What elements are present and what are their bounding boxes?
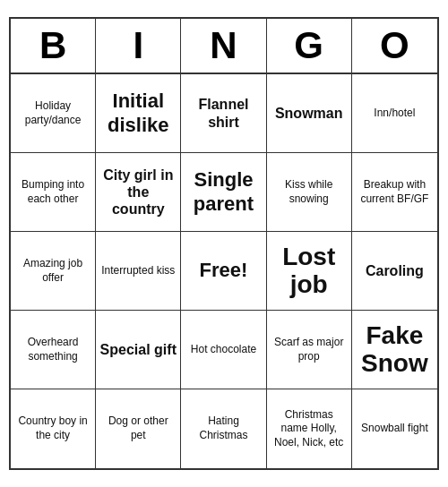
bingo-cell-4: Inn/hotel bbox=[352, 74, 437, 153]
bingo-cell-8: Kiss while snowing bbox=[267, 153, 352, 232]
bingo-cell-17: Hot chocolate bbox=[181, 311, 266, 389]
bingo-card: BINGO Holiday party/danceInitial dislike… bbox=[9, 17, 439, 470]
bingo-cell-11: Interrupted kiss bbox=[96, 232, 181, 311]
cell-text-16: Special gift bbox=[100, 341, 177, 358]
cell-text-11: Interrupted kiss bbox=[101, 264, 175, 278]
bingo-cell-6: City girl in the country bbox=[96, 153, 181, 232]
bingo-cell-13: Lost job bbox=[267, 232, 352, 311]
bingo-cell-22: Hating Christmas bbox=[181, 389, 266, 468]
bingo-cell-23: Christmas name Holly, Noel, Nick, etc bbox=[267, 389, 352, 468]
cell-text-9: Breakup with current BF/GF bbox=[356, 178, 434, 206]
cell-text-1: Initial dislike bbox=[99, 90, 177, 137]
cell-text-3: Snowman bbox=[275, 105, 343, 122]
cell-text-12: Free! bbox=[200, 258, 248, 284]
cell-text-18: Scarf as major prop bbox=[271, 336, 348, 363]
cell-text-14: Caroling bbox=[366, 262, 424, 279]
bingo-cell-19: Fake Snow bbox=[352, 311, 437, 389]
bingo-grid: Holiday party/danceInitial dislikeFlanne… bbox=[11, 74, 437, 468]
cell-text-15: Overheard something bbox=[14, 336, 91, 363]
bingo-header: BINGO bbox=[11, 19, 437, 74]
bingo-letter-n: N bbox=[181, 19, 266, 73]
cell-text-20: Country boy in the city bbox=[14, 414, 91, 442]
bingo-cell-9: Breakup with current BF/GF bbox=[352, 153, 437, 232]
bingo-cell-7: Single parent bbox=[181, 153, 266, 232]
cell-text-6: City girl in the country bbox=[99, 167, 177, 218]
cell-text-7: Single parent bbox=[185, 168, 262, 216]
bingo-cell-24: Snowball fight bbox=[352, 389, 437, 468]
bingo-cell-10: Amazing job offer bbox=[11, 232, 96, 311]
cell-text-21: Dog or other pet bbox=[99, 414, 177, 442]
bingo-letter-i: I bbox=[96, 19, 181, 73]
bingo-cell-0: Holiday party/dance bbox=[11, 74, 96, 153]
bingo-cell-5: Bumping into each other bbox=[11, 153, 96, 232]
cell-text-24: Snowball fight bbox=[361, 422, 428, 436]
cell-text-4: Inn/hotel bbox=[374, 107, 415, 121]
bingo-cell-3: Snowman bbox=[267, 74, 352, 153]
bingo-cell-15: Overheard something bbox=[11, 311, 96, 389]
bingo-cell-2: Flannel shirt bbox=[181, 74, 266, 153]
bingo-cell-18: Scarf as major prop bbox=[267, 311, 352, 389]
cell-text-8: Kiss while snowing bbox=[271, 178, 348, 206]
cell-text-22: Hating Christmas bbox=[185, 414, 262, 442]
bingo-cell-12: Free! bbox=[181, 232, 266, 311]
bingo-cell-14: Caroling bbox=[352, 232, 437, 311]
cell-text-0: Holiday party/dance bbox=[14, 99, 91, 127]
cell-text-10: Amazing job offer bbox=[14, 257, 91, 285]
bingo-cell-21: Dog or other pet bbox=[96, 389, 181, 468]
cell-text-17: Hot chocolate bbox=[191, 343, 256, 357]
bingo-cell-1: Initial dislike bbox=[96, 74, 181, 153]
bingo-letter-b: B bbox=[11, 19, 96, 73]
bingo-cell-16: Special gift bbox=[96, 311, 181, 389]
cell-text-13: Lost job bbox=[271, 244, 348, 299]
bingo-letter-o: O bbox=[352, 19, 437, 73]
bingo-cell-20: Country boy in the city bbox=[11, 389, 96, 468]
cell-text-19: Fake Snow bbox=[356, 322, 434, 378]
cell-text-23: Christmas name Holly, Noel, Nick, etc bbox=[271, 408, 348, 450]
cell-text-5: Bumping into each other bbox=[14, 178, 91, 206]
bingo-letter-g: G bbox=[267, 19, 352, 73]
cell-text-2: Flannel shirt bbox=[185, 96, 262, 130]
